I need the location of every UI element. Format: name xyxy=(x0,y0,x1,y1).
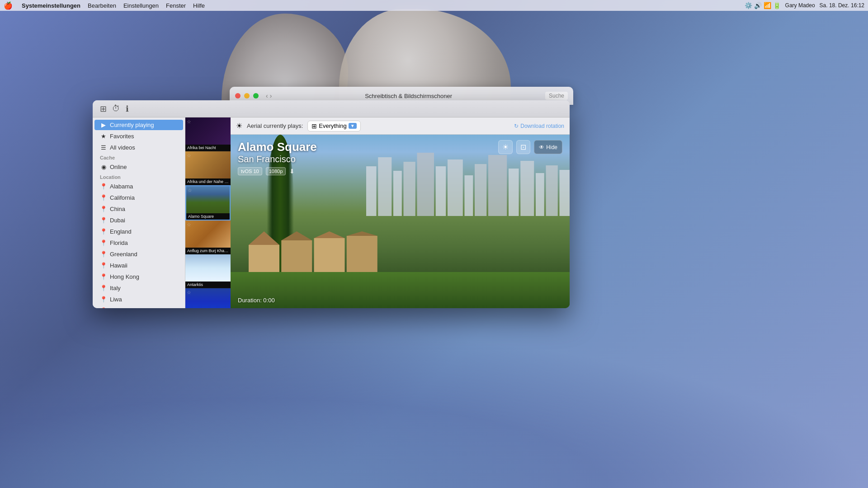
svg-marker-6 xyxy=(314,231,345,238)
sidebar-item-italy[interactable]: 📍 Italy xyxy=(94,283,183,293)
sidebar-item-alabama[interactable]: 📍 Alabama xyxy=(94,181,183,192)
sidebar-item-london[interactable]: 📍 London xyxy=(94,305,183,308)
star-icon-alamo[interactable]: ☆ xyxy=(188,188,192,193)
scene-victorian-houses xyxy=(249,231,479,272)
aerial-sun-icon: ☀ xyxy=(236,122,242,130)
eye-icon: 👁 xyxy=(539,144,544,150)
menubar-right: ⚙️ 🔊 📶 🔋 Gary Madeo Sa. 18. Dez. 16:12 xyxy=(745,2,864,9)
preview-top-right-buttons: ☀ ⊡ 👁 Hide xyxy=(498,140,562,154)
svg-rect-21 xyxy=(546,165,558,216)
svg-rect-16 xyxy=(475,164,486,216)
menubar: 🍎 Systemeinstellungen Bearbeiten Einstel… xyxy=(0,0,868,11)
favorites-icon: ★ xyxy=(100,133,107,140)
grid-icon: ⊞ xyxy=(311,122,317,130)
video-thumb-anflug[interactable]: ☆ Anflug zum Burj Khalifa xyxy=(185,221,231,254)
sidebar-item-online[interactable]: ◉ Online xyxy=(94,162,183,172)
aerial-label: Aerial currently plays: xyxy=(247,122,303,129)
location-icon-china: 📍 xyxy=(100,206,107,212)
svg-rect-22 xyxy=(560,170,570,216)
scene-skyline xyxy=(366,148,570,216)
preview-duration: Duration: 0:00 xyxy=(238,297,275,304)
video-thumb-antarktis[interactable]: ☆ Antarktis xyxy=(185,254,231,288)
menu-bearbeiten[interactable]: Bearbeiten xyxy=(88,2,116,9)
star-icon-africa-night[interactable]: ☆ xyxy=(187,119,191,125)
svg-marker-4 xyxy=(249,231,279,245)
star-icon-antarktis[interactable]: ☆ xyxy=(187,256,191,262)
browser-back-btn[interactable]: ‹ xyxy=(266,92,268,99)
main-window: ⊞ ⏱ ℹ ▶ Currently playing ★ Favorites ☰ … xyxy=(93,100,570,308)
browser-minimize-dot[interactable] xyxy=(244,93,250,99)
preview-badge-tvos: tvOS 10 xyxy=(238,167,262,175)
video-thumb-africa-night[interactable]: ☆ Afrika bei Nacht xyxy=(185,117,231,151)
sidebar-item-hongkong[interactable]: 📍 Hong Kong xyxy=(94,272,183,282)
download-rotation-button[interactable]: ↻ Download rotation xyxy=(514,123,564,129)
cache-section-header: Cache xyxy=(93,153,185,161)
sidebar-currently-playing-label: Currently playing xyxy=(110,122,154,128)
sidebar-item-china[interactable]: 📍 China xyxy=(94,204,183,214)
sun-toggle-button[interactable]: ☀ xyxy=(498,140,513,154)
sidebar-item-all-videos[interactable]: ☰ All videos xyxy=(94,142,183,153)
sidebar-item-england[interactable]: 📍 England xyxy=(94,226,183,237)
preview-info: Alamo Square San Francisco tvOS 10 1080p… xyxy=(238,140,317,175)
video-thumb-img-anflug: ☆ xyxy=(185,221,231,248)
menu-fenster[interactable]: Fenster xyxy=(166,2,186,9)
browser-search[interactable]: Suche xyxy=(545,92,568,100)
star-icon-atlantik[interactable]: ☆ xyxy=(187,290,191,296)
preview-meta: tvOS 10 1080p ⬇ xyxy=(238,167,317,175)
browser-close-dot[interactable] xyxy=(235,93,241,99)
sidebar-online-label: Online xyxy=(110,164,127,170)
sidebar-item-greenland[interactable]: 📍 Greenland xyxy=(94,249,183,259)
apple-menu[interactable]: 🍎 xyxy=(4,1,13,10)
hide-button[interactable]: 👁 Hide xyxy=(534,140,562,154)
toolbar-info-icon[interactable]: ℹ xyxy=(126,104,129,114)
location-icon-italy: 📍 xyxy=(100,285,107,291)
menubar-left: 🍎 Systemeinstellungen Bearbeiten Einstel… xyxy=(4,1,205,10)
browser-title: Schreibtisch & Bildschirmschoner xyxy=(275,93,542,99)
app-name[interactable]: Systemeinstellungen xyxy=(22,2,80,9)
location-icon-florida: 📍 xyxy=(100,239,107,246)
video-thumb-atlantik[interactable]: ☆ Atlantik nach Spanien und F xyxy=(185,288,231,308)
location-label-italy: Italy xyxy=(110,285,121,291)
aerial-dropdown[interactable]: ⊞ Everything ▼ xyxy=(307,121,360,131)
browser-forward-btn[interactable]: › xyxy=(270,92,272,99)
location-label-alabama: Alabama xyxy=(110,183,133,190)
location-icon-dubai: 📍 xyxy=(100,217,107,224)
sidebar-item-liwa[interactable]: 📍 Liwa xyxy=(94,294,183,305)
svg-rect-15 xyxy=(465,175,473,216)
sidebar-item-florida[interactable]: 📍 Florida xyxy=(94,238,183,248)
svg-rect-0 xyxy=(249,245,279,272)
sidebar-item-favorites[interactable]: ★ Favorites xyxy=(94,131,183,141)
toolbar-grid-icon[interactable]: ⊞ xyxy=(100,104,107,114)
video-thumb-label-alamo: Alamo Square xyxy=(186,213,230,220)
download-icon: ↻ xyxy=(514,123,519,129)
location-label-london: London xyxy=(110,307,129,308)
svg-rect-2 xyxy=(314,238,345,272)
aerial-bar: ☀ Aerial currently plays: ⊞ Everything ▼… xyxy=(231,117,570,135)
sidebar-item-hawaii[interactable]: 📍 Hawaii xyxy=(94,260,183,271)
svg-rect-20 xyxy=(536,173,544,216)
preview-title: Alamo Square xyxy=(238,140,317,154)
download-meta-icon[interactable]: ⬇ xyxy=(289,168,295,175)
svg-rect-14 xyxy=(448,160,463,216)
scene-grass xyxy=(231,272,570,308)
toolbar-clock-icon[interactable]: ⏱ xyxy=(112,104,120,113)
content-area: ▶ Currently playing ★ Favorites ☰ All vi… xyxy=(93,117,570,308)
sidebar-item-california[interactable]: 📍 California xyxy=(94,192,183,203)
location-icon-hawaii: 📍 xyxy=(100,262,107,269)
video-thumb-img-antarktis: ☆ xyxy=(185,254,231,282)
detail-area: ☀ Aerial currently plays: ⊞ Everything ▼… xyxy=(231,117,570,308)
sidebar-item-currently-playing[interactable]: ▶ Currently playing xyxy=(94,120,183,130)
fog-bottom xyxy=(0,330,868,488)
browser-maximize-dot[interactable] xyxy=(253,93,259,99)
star-icon-africa-naher[interactable]: ☆ xyxy=(187,153,191,159)
sidebar-item-dubai[interactable]: 📍 Dubai xyxy=(94,215,183,225)
star-icon-anflug[interactable]: ☆ xyxy=(187,222,191,228)
menu-hilfe[interactable]: Hilfe xyxy=(193,2,205,9)
menu-einstellungen[interactable]: Einstellungen xyxy=(123,2,159,9)
download-rotation-label: Download rotation xyxy=(520,123,564,129)
video-thumb-alamo[interactable]: ☆ Alamo Square xyxy=(185,185,231,221)
video-thumb-africa-naher-osten[interactable]: ☆ Afrika und der Nahe Osten xyxy=(185,151,231,185)
location-section-header: Location xyxy=(93,173,185,181)
display-button[interactable]: ⊡ xyxy=(516,140,530,154)
location-icon-alabama: 📍 xyxy=(100,183,107,190)
